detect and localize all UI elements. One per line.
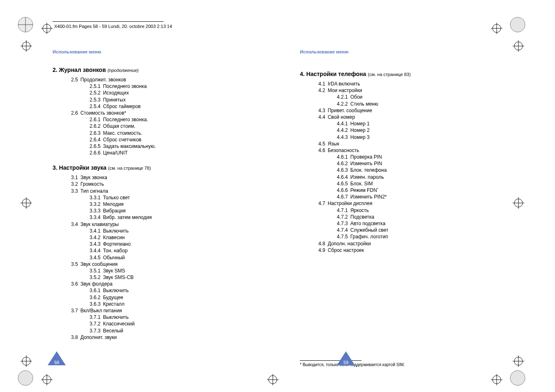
footnote: * Выводится, только если поддерживается …: [300, 362, 497, 367]
menu-subitem: 3.7.3Веселый: [90, 327, 250, 334]
section-sub: (продолжение): [108, 68, 139, 73]
menu-item: 2.5Продолжит. звонков: [71, 76, 250, 83]
menu-subitem: 4.4.1Номер 1: [337, 120, 497, 127]
crop-mark-icon: [509, 370, 526, 386]
register-mark-icon: [41, 374, 53, 385]
register-mark-icon: [513, 355, 524, 367]
menu-item: 3.2Громкость: [71, 181, 250, 187]
register-mark-icon: [267, 374, 279, 385]
menu-subitem: 3.6.3Кристалл: [90, 301, 250, 307]
menu-subitem: 3.6.2Будущее: [90, 294, 250, 301]
fm-header: X400-01.fm Pages 58 - 59 Lundi, 20. octo…: [54, 24, 172, 29]
menu-item: 4.6Безопасность: [318, 147, 497, 154]
menu-item: 4.9Сброс настроек: [318, 247, 497, 254]
section-num: 3.: [53, 164, 58, 171]
svg-point-3: [18, 17, 33, 32]
menu-subitem: 4.6.1Проверка PIN: [337, 154, 497, 160]
menu-item: 4.5Язык: [318, 141, 497, 147]
menu-subitem: 4.4.3Номер 3: [337, 134, 497, 141]
menu-subitem: 3.4.4Тон. набор: [90, 247, 250, 254]
menu-subitem: 4.2.1Обои: [337, 94, 497, 100]
section-sub: (см. на странице 83): [368, 72, 410, 77]
menu-subitem: 3.6.1Выключить: [90, 287, 250, 294]
menu-item: 4.3Привет. сообщение: [318, 107, 497, 114]
menu-subitem: 4.2.2Стиль меню: [337, 101, 497, 107]
register-mark-icon: [21, 197, 32, 209]
menu-subitem: 4.6.6Режим FDN*: [337, 187, 497, 194]
menu-subitem: 4.4.2Номер 2: [337, 127, 497, 134]
crop-mark-icon: [17, 370, 34, 386]
menu-subitem: 3.4.2Клавесин: [90, 234, 250, 241]
menu-subitem: 4.7.5Графич. логотип: [337, 233, 497, 240]
register-mark-icon: [21, 40, 32, 52]
menu-subitem: 3.3.4Вибр. затем мелодия: [90, 214, 250, 221]
menu-item: 4.2Мои настройки: [318, 87, 497, 94]
section-text: Журнал звонков: [59, 67, 106, 73]
menu-subitem: 4.6.2Изменить PIN: [337, 160, 497, 167]
menu-item: 3.3Тип сигнала: [71, 188, 250, 194]
menu-subitem: 2.5.3Принятых: [90, 97, 250, 103]
section-num: 2.: [53, 67, 58, 73]
section-2-title: 2. Журнал звонков (продолжение): [53, 67, 250, 73]
menu-item: 4.8Дополн. настройки: [318, 240, 497, 247]
menu-item: 3.5Звук сообщения: [71, 261, 250, 267]
menu-subitem: 3.7.2Классический: [90, 321, 250, 327]
page-58: Использование меню 2. Журнал звонков (пр…: [53, 49, 250, 341]
menu-item: 3.1Звук звонка: [71, 174, 250, 181]
register-mark-icon: [491, 374, 502, 385]
menu-subitem: 3.4.1Выключить: [90, 228, 250, 234]
menu-subitem: 2.5.2Исходящих: [90, 90, 250, 96]
menu-subitem: 2.6.4Сброс счетчиков: [90, 136, 250, 143]
menu-item: 3.4Звук клавиатуры: [71, 221, 250, 228]
menu-subitem: 3.5.1Звук SMS: [90, 267, 250, 274]
section-text: Настройки телефона: [306, 71, 366, 77]
section-sub: (см. на странице 78): [108, 166, 151, 171]
menu-item: 4.7Настройки дисплея: [318, 200, 497, 207]
menu-subitem: 4.7.3Авто подсветка: [337, 220, 497, 227]
menu-subitem: 2.6.6Цена/UNIT: [90, 150, 250, 156]
header-rule: [53, 21, 164, 22]
menu-item: 2.6Стоимость звонков*: [71, 110, 250, 116]
menu-subitem: 2.6.5Задать максимальную.: [90, 143, 250, 150]
menu-subitem: 3.3.1Только свет: [90, 194, 250, 201]
menu-subitem: 3.7.1Выключить: [90, 314, 250, 321]
register-mark-icon: [41, 23, 53, 34]
page-number-59: 59: [337, 360, 355, 365]
crop-mark-icon: [17, 16, 34, 33]
menu-item: 3.7Вкл/Выкл питания: [71, 307, 250, 314]
section-4-title: 4. Настройки телефона (см. на странице 8…: [300, 71, 497, 77]
menu-subitem: 2.6.3Макс. стоимость.: [90, 130, 250, 136]
menu-subitem: 3.5.2Звук SMS-CB: [90, 274, 250, 281]
menu-subitem: 4.7.4Служебный свет: [337, 227, 497, 233]
menu-subitem: 4.7.1Яркость: [337, 207, 497, 214]
section-3-title: 3. Настройки звука (см. на странице 78): [53, 164, 250, 171]
menu-item: 3.8Дополнит. звуки: [71, 334, 250, 341]
menu-subitem: 3.3.3Вибрация: [90, 208, 250, 214]
menu-subitem: 2.5.1Последнего звонка: [90, 83, 250, 90]
menu-subitem: 4.6.3Блок. телефона: [337, 167, 497, 173]
register-mark-icon: [513, 197, 524, 209]
menu-item: 4.4Свой номер: [318, 114, 497, 120]
menu-subitem: 4.6.4Измен. пароль: [337, 174, 497, 180]
register-mark-icon: [21, 355, 32, 367]
menu-subitem: 4.7.2Подсветка: [337, 214, 497, 220]
menu-item: 3.6Звук фолдера: [71, 281, 250, 287]
section-num: 4.: [300, 71, 305, 77]
menu-subitem: 2.6.2Общая стоим.: [90, 123, 250, 129]
register-mark-icon: [491, 23, 502, 34]
crop-mark-icon: [509, 16, 526, 33]
menu-subitem: 3.4.5Обычный: [90, 254, 250, 261]
menu-item: 4.1IrDA включить: [318, 81, 497, 87]
page-number-58: 58: [48, 360, 66, 365]
menu-subitem: 4.6.5Блок. SIM: [337, 180, 497, 187]
menu-subitem: 3.3.2Мелодия: [90, 201, 250, 208]
section-label-left: Использование меню: [53, 49, 250, 54]
page-59: Использование меню 4. Настройки телефона…: [300, 49, 497, 367]
section-text: Настройки звука: [59, 164, 107, 171]
section-label-right: Использование меню: [300, 49, 497, 54]
menu-subitem: 2.5.4Сброс таймеров: [90, 103, 250, 110]
menu-subitem: 4.6.7Изменить PIN2*: [337, 194, 497, 200]
menu-subitem: 3.4.3Фортепиано: [90, 241, 250, 247]
menu-subitem: 2.6.1Последнего звонка.: [90, 116, 250, 123]
register-mark-icon: [513, 40, 524, 52]
